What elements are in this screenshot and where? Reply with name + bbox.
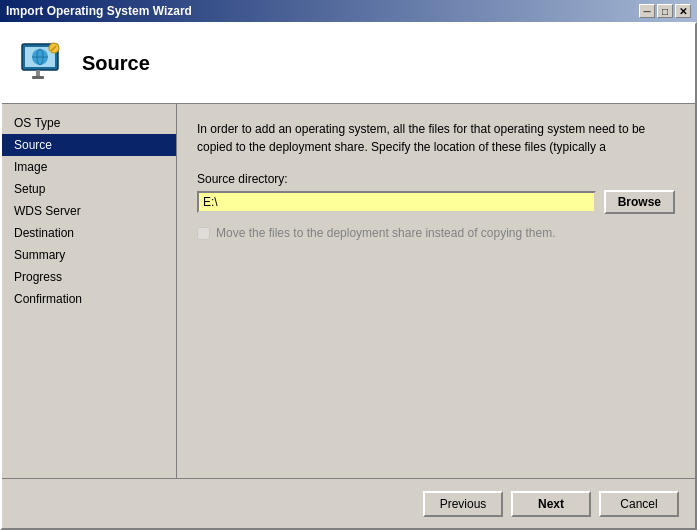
sidebar-item-setup[interactable]: Setup [2, 178, 176, 200]
close-button[interactable]: ✕ [675, 4, 691, 18]
browse-button[interactable]: Browse [604, 190, 675, 214]
footer: Previous Next Cancel [2, 478, 695, 528]
move-files-checkbox[interactable] [197, 227, 210, 240]
previous-button[interactable]: Previous [423, 491, 503, 517]
move-files-label: Move the files to the deployment share i… [216, 226, 556, 240]
sidebar-item-image[interactable]: Image [2, 156, 176, 178]
title-bar-text: Import Operating System Wizard [6, 4, 639, 18]
minimize-button[interactable]: ─ [639, 4, 655, 18]
description-text: In order to add an operating system, all… [197, 120, 675, 156]
sidebar: OS Type Source Image Setup WDS Server De… [2, 104, 177, 478]
header-title: Source [82, 52, 150, 75]
main-panel: In order to add an operating system, all… [177, 104, 695, 478]
header-area: Source [2, 24, 695, 104]
svg-rect-2 [36, 70, 40, 76]
source-directory-input[interactable] [197, 191, 596, 213]
sidebar-item-progress[interactable]: Progress [2, 266, 176, 288]
sidebar-item-wds-server[interactable]: WDS Server [2, 200, 176, 222]
svg-rect-3 [32, 76, 44, 79]
main-window: Source OS Type Source Image Setup WDS Se… [0, 22, 697, 530]
title-bar-controls: ─ □ ✕ [639, 4, 691, 18]
cancel-button[interactable]: Cancel [599, 491, 679, 517]
move-files-row: Move the files to the deployment share i… [197, 226, 675, 240]
source-directory-row: Browse [197, 190, 675, 214]
sidebar-item-os-type[interactable]: OS Type [2, 112, 176, 134]
content-area: OS Type Source Image Setup WDS Server De… [2, 104, 695, 478]
sidebar-item-confirmation[interactable]: Confirmation [2, 288, 176, 310]
computer-icon [18, 40, 66, 88]
sidebar-item-destination[interactable]: Destination [2, 222, 176, 244]
sidebar-item-source[interactable]: Source [2, 134, 176, 156]
title-bar: Import Operating System Wizard ─ □ ✕ [0, 0, 697, 22]
maximize-button[interactable]: □ [657, 4, 673, 18]
source-directory-label: Source directory: [197, 172, 675, 186]
next-button[interactable]: Next [511, 491, 591, 517]
sidebar-item-summary[interactable]: Summary [2, 244, 176, 266]
